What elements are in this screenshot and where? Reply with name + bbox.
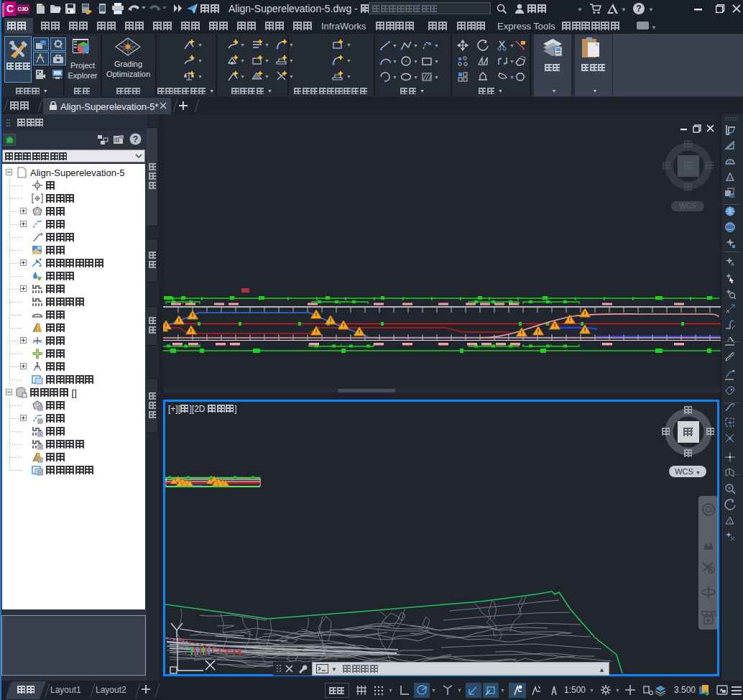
svg-text:A: A [731, 262, 734, 267]
svg-text:?: ? [133, 134, 138, 144]
svg-text:?: ? [636, 4, 641, 14]
